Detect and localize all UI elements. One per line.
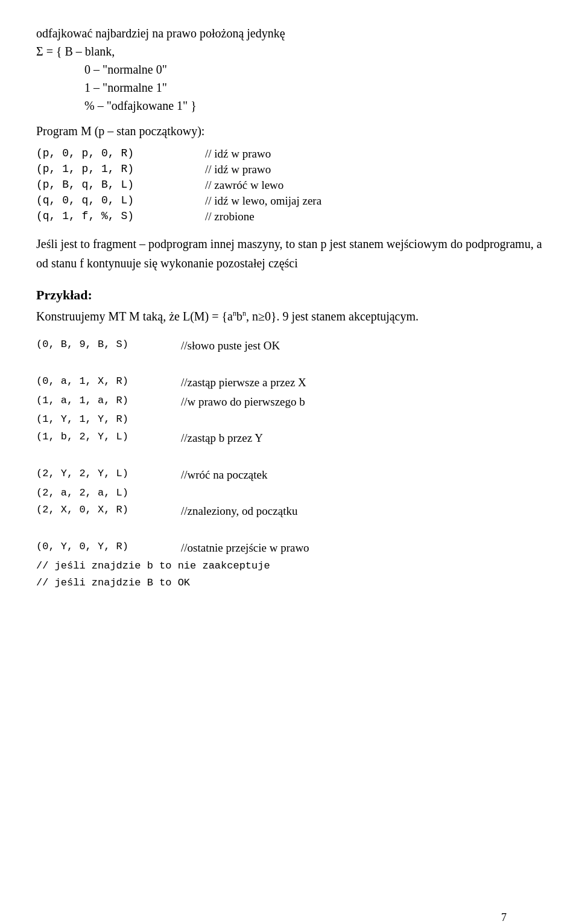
program-header-text: Program M (p – stan początkowy): [36,124,204,138]
sigma-section: Σ = { B – blank, 0 – "normalne 0" 1 – "n… [36,42,543,115]
sigma-item-2: % – "odfajkowane 1" } [84,97,543,115]
prog-tuple-2: (p, B, q, B, L) [36,179,205,192]
code-line-1-3: (1, b, 2, Y, L) //zastąp b przez Y [36,429,543,447]
code-tuple-2-1: (2, a, 2, a, L) [36,485,181,501]
prog-comment-3: // idź w lewo, omijaj zera [205,194,321,208]
code-tuple-2-2: (2, X, 0, X, R) [36,502,181,520]
prog-tuple-4: (q, 1, f, %, S) [36,210,205,223]
code-comment-0-0: //słowo puste jest OK [181,337,280,354]
example-intro: Konstruujemy MT M taką, że L(M) = {anbn,… [36,307,543,326]
prog-comment-1: // idź w prawo [205,163,271,176]
prog-comment-2: // zawróć w lewo [205,179,283,192]
sigma-item-0: 0 – "normalne 0" [84,60,543,78]
sigma-def: Σ = { B – blank, [36,45,115,58]
code-comment-3-0: //ostatnie przejście w prawo [181,539,309,556]
code-line-2-1: (2, a, 2, a, L) [36,485,543,501]
prog-tuple-0: (p, 0, p, 0, R) [36,147,205,161]
sigma-def-line: Σ = { B – blank, [36,42,543,60]
page-wrapper: odfajkować najbardziej na prawo położoną… [36,24,543,924]
code-block-4: (0, Y, 0, Y, R) //ostatnie przejście w p… [36,539,543,591]
code-tuple-2-0: (2, Y, 2, Y, L) [36,466,181,483]
code-comment-1-0: //zastąp pierwsze a przez X [181,374,306,391]
code-line-3-1: // jeśli znajdzie b to nie zaakceptuje [36,558,543,574]
prog-comment-4: // zrobione [205,210,255,223]
code-comment-only-0: // jeśli znajdzie b to nie zaakceptuje [36,558,270,574]
prog-comment-0: // idź w prawo [205,147,271,161]
code-line-2-2: (2, X, 0, X, R) //znaleziony, od początk… [36,502,543,520]
code-comment-1-1: //w prawo do pierwszego b [181,393,305,410]
paragraph-1: Jeśli jest to fragment – podprogram inne… [36,234,543,273]
code-line-2-0: (2, Y, 2, Y, L) //wróć na początek [36,466,543,483]
code-block-1: (0, B, 9, B, S) //słowo puste jest OK [36,337,543,354]
page-number: 7 [501,911,507,924]
prog-tuple-3: (q, 0, q, 0, L) [36,194,205,208]
code-tuple-0-0: (0, B, 9, B, S) [36,337,181,354]
code-comment-only-1: // jeśli znajdzie B to OK [36,575,190,591]
code-line-0-0: (0, B, 9, B, S) //słowo puste jest OK [36,337,543,354]
code-tuple-1-0: (0, a, 1, X, R) [36,374,181,391]
code-block-3: (2, Y, 2, Y, L) //wróć na początek (2, a… [36,466,543,520]
example-header: Przykład: [36,287,543,303]
paragraph-1-text: Jeśli jest to fragment – podprogram inne… [36,237,542,270]
code-tuple-1-2: (1, Y, 1, Y, R) [36,412,181,427]
prog-line-0: (p, 0, p, 0, R) // idź w prawo [36,147,543,161]
code-comment-2-0: //wróć na początek [181,466,267,483]
example-intro-text: Konstruujemy MT M taką, że L(M) = {anbn,… [36,310,419,323]
prog-line-1: (p, 1, p, 1, R) // idź w prawo [36,163,543,176]
code-line-3-2: // jeśli znajdzie B to OK [36,575,543,591]
prog-line-3: (q, 0, q, 0, L) // idź w lewo, omijaj ze… [36,194,543,208]
program-lines: (p, 0, p, 0, R) // idź w prawo (p, 1, p,… [36,147,543,223]
intro-line: odfajkować najbardziej na prawo położoną… [36,24,543,42]
prog-line-2: (p, B, q, B, L) // zawróć w lewo [36,179,543,192]
code-comment-1-3: //zastąp b przez Y [181,429,263,447]
code-tuple-3-0: (0, Y, 0, Y, R) [36,539,181,556]
code-line-3-0: (0, Y, 0, Y, R) //ostatnie przejście w p… [36,539,543,556]
prog-line-4: (q, 1, f, %, S) // zrobione [36,210,543,223]
program-header: Program M (p – stan początkowy): [36,122,543,140]
code-line-1-0: (0, a, 1, X, R) //zastąp pierwsze a prze… [36,374,543,391]
code-tuple-1-1: (1, a, 1, a, R) [36,393,181,410]
page-content: odfajkować najbardziej na prawo położoną… [36,24,543,591]
code-block-2: (0, a, 1, X, R) //zastąp pierwsze a prze… [36,374,543,447]
code-tuple-1-3: (1, b, 2, Y, L) [36,429,181,447]
prog-tuple-1: (p, 1, p, 1, R) [36,163,205,176]
intro-text: odfajkować najbardziej na prawo położoną… [36,27,285,40]
code-line-1-1: (1, a, 1, a, R) //w prawo do pierwszego … [36,393,543,410]
code-comment-2-2: //znaleziony, od początku [181,502,297,520]
sigma-item-1: 1 – "normalne 1" [84,78,543,97]
code-line-1-2: (1, Y, 1, Y, R) [36,412,543,427]
